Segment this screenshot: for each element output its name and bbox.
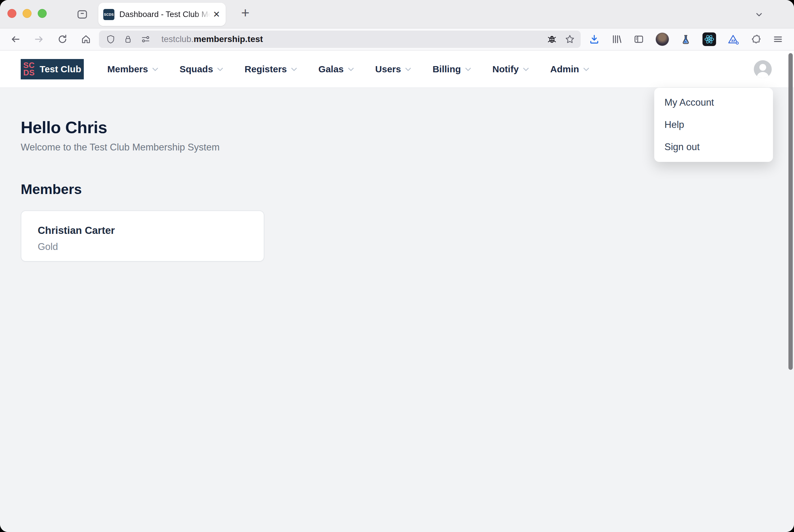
menu-item-my-account[interactable]: My Account bbox=[654, 92, 773, 114]
tracking-shield-icon[interactable] bbox=[106, 34, 116, 44]
url-text[interactable]: testclub.membership.test bbox=[161, 34, 263, 44]
member-card[interactable]: Christian Carter Gold bbox=[21, 210, 264, 262]
chevron-down-icon bbox=[216, 65, 224, 73]
url-domain: membership.test bbox=[193, 34, 263, 44]
downloads-icon[interactable] bbox=[589, 34, 600, 45]
experiments-flask-icon[interactable] bbox=[680, 34, 691, 45]
debugger-bug-icon[interactable] bbox=[547, 34, 557, 44]
chevron-down-icon bbox=[582, 65, 590, 73]
nav-item-squads[interactable]: Squads bbox=[180, 64, 224, 74]
chevron-down-icon bbox=[151, 65, 159, 73]
nav-item-members[interactable]: Members bbox=[107, 64, 159, 74]
site-favicon: SCDS bbox=[103, 9, 114, 20]
browser-toolbar: testclub.membership.test bbox=[0, 28, 794, 50]
chevron-down-icon bbox=[347, 65, 355, 73]
logo-name: Test Club bbox=[40, 64, 81, 74]
reload-button[interactable] bbox=[57, 34, 68, 45]
chevron-down-icon bbox=[522, 65, 530, 73]
primary-nav: Members Squads Registers Galas Users Bil… bbox=[107, 64, 590, 74]
menu-hamburger-icon[interactable] bbox=[772, 34, 783, 45]
chevron-down-icon bbox=[290, 65, 298, 73]
axe-accessibility-icon[interactable]: ax bbox=[727, 33, 739, 45]
firefox-view-icon[interactable] bbox=[76, 8, 88, 20]
bookmark-star-icon[interactable] bbox=[565, 34, 575, 44]
tab-list-chevron-icon[interactable] bbox=[754, 9, 764, 20]
nav-item-billing[interactable]: Billing bbox=[432, 64, 472, 74]
user-avatar-button[interactable] bbox=[754, 60, 772, 78]
close-window-button[interactable] bbox=[7, 9, 16, 18]
forward-button[interactable] bbox=[33, 34, 44, 45]
minimize-window-button[interactable] bbox=[22, 9, 32, 18]
vertical-scrollbar-thumb[interactable] bbox=[789, 53, 793, 370]
menu-item-help[interactable]: Help bbox=[654, 114, 773, 136]
tab-title: Dashboard - Test Club Members bbox=[119, 10, 212, 19]
nav-item-registers[interactable]: Registers bbox=[244, 64, 298, 74]
site-navbar: SCDS Test Club Members Squads Registers … bbox=[0, 51, 794, 88]
chevron-down-icon bbox=[404, 65, 412, 73]
browser-tab-bar: SCDS Dashboard - Test Club Members ✕ + bbox=[0, 0, 794, 28]
nav-item-galas[interactable]: Galas bbox=[318, 64, 355, 74]
nav-item-users[interactable]: Users bbox=[375, 64, 412, 74]
browser-tab[interactable]: SCDS Dashboard - Test Club Members ✕ bbox=[98, 3, 226, 26]
chevron-down-icon bbox=[464, 65, 472, 73]
extensions-puzzle-icon[interactable] bbox=[750, 34, 761, 45]
nav-item-admin[interactable]: Admin bbox=[550, 64, 590, 74]
site-logo[interactable]: SCDS Test Club bbox=[21, 59, 84, 79]
new-tab-button[interactable]: + bbox=[241, 5, 250, 20]
library-icon[interactable] bbox=[611, 34, 622, 45]
menu-item-sign-out[interactable]: Sign out bbox=[654, 136, 773, 158]
svg-text:ax: ax bbox=[731, 38, 736, 43]
members-section-title: Members bbox=[21, 182, 794, 197]
logo-acronym: SCDS bbox=[23, 62, 35, 77]
member-tier: Gold bbox=[38, 241, 264, 252]
lock-icon[interactable] bbox=[123, 34, 133, 44]
home-button[interactable] bbox=[80, 34, 92, 45]
permissions-icon[interactable] bbox=[141, 34, 151, 44]
back-button[interactable] bbox=[10, 34, 21, 45]
tab-close-icon[interactable]: ✕ bbox=[213, 9, 220, 19]
member-name: Christian Carter bbox=[38, 225, 264, 236]
react-devtools-icon[interactable] bbox=[702, 33, 716, 46]
sidebar-toggle-icon[interactable] bbox=[633, 34, 644, 45]
person-icon bbox=[754, 60, 772, 78]
browser-window: SCDS Dashboard - Test Club Members ✕ + bbox=[0, 0, 794, 532]
account-dropdown-menu: My Account Help Sign out bbox=[654, 88, 773, 162]
nav-item-notify[interactable]: Notify bbox=[493, 64, 530, 74]
url-subdomain: testclub. bbox=[161, 34, 193, 44]
url-bar[interactable]: testclub.membership.test bbox=[99, 31, 581, 48]
profile-avatar-photo[interactable] bbox=[655, 33, 669, 46]
zoom-window-button[interactable] bbox=[38, 9, 47, 18]
window-controls bbox=[7, 9, 47, 18]
